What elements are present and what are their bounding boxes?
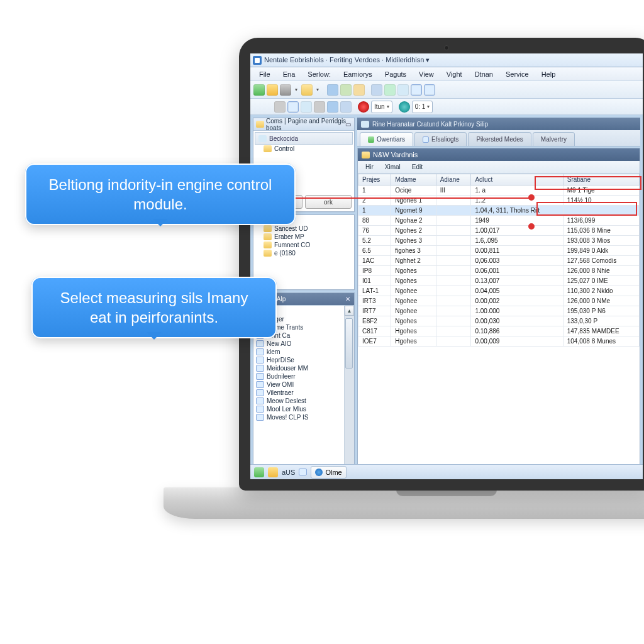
highlight-box xyxy=(536,202,637,216)
menu-vight[interactable]: Vight xyxy=(441,69,467,80)
copy-icon[interactable] xyxy=(340,84,352,96)
table-row[interactable]: C817Hgohes0.10,886147,835 MAMDEE xyxy=(358,326,640,336)
tab-overview[interactable]: Owentiars xyxy=(360,132,413,146)
pencil-icon[interactable] xyxy=(327,101,338,113)
table-row[interactable]: 76Ngohes 21.00,017115,036 8 Mine xyxy=(358,226,640,236)
list-item[interactable]: klern xyxy=(255,348,343,356)
column-header[interactable]: Adiane xyxy=(436,174,471,186)
run-label: Itun xyxy=(374,103,385,110)
scrollbar-track[interactable] xyxy=(345,316,354,479)
folder-icon xyxy=(264,242,272,248)
print-icon[interactable] xyxy=(280,84,291,96)
table-cell xyxy=(436,326,471,336)
tree-item[interactable]: Eraber MP xyxy=(255,233,353,241)
table-row[interactable]: 6.5figohes 30.00,811199,849 0 Aklk xyxy=(358,246,640,256)
item-label: HeprDISe xyxy=(267,357,294,364)
submenu-ximal[interactable]: Ximal xyxy=(380,162,406,172)
folder-icon[interactable] xyxy=(301,84,313,96)
menu-ena[interactable]: Ena xyxy=(278,69,301,80)
taskbar-icon[interactable] xyxy=(268,467,278,477)
menu-view[interactable]: View xyxy=(414,69,439,80)
list-icon[interactable] xyxy=(397,84,409,96)
redo-icon[interactable] xyxy=(384,84,396,96)
table-row[interactable]: IRT7Ngohee1.00.000195,030 P N6 xyxy=(358,306,640,316)
table-cell: 0,06.003 xyxy=(471,256,563,266)
tree-item[interactable]: e (0180 xyxy=(255,249,353,257)
table-cell xyxy=(436,296,471,306)
minimize-icon[interactable]: ▭ xyxy=(343,119,352,128)
list-item[interactable]: HeprDISe xyxy=(255,356,343,364)
column-header[interactable]: Prajes xyxy=(358,174,391,186)
tab-modes[interactable]: Pikersted Medes xyxy=(468,132,531,146)
zoom-selector[interactable]: 0: 1 ▾ xyxy=(412,101,433,113)
gear-icon[interactable] xyxy=(274,101,286,113)
dropdown-icon[interactable]: ▾ xyxy=(293,84,299,96)
list-item[interactable]: Mool Ler Mlus xyxy=(255,405,343,413)
db-icon xyxy=(258,135,267,142)
menu-dtnan[interactable]: Dtnan xyxy=(470,69,498,80)
menu-serlow[interactable]: Serlow: xyxy=(303,69,336,80)
tree-item[interactable]: Sancest UD xyxy=(255,225,353,233)
page-icon[interactable] xyxy=(287,101,299,113)
list-item[interactable]: Vilentraer xyxy=(255,389,343,397)
list-item[interactable]: Meow Deslest xyxy=(255,397,343,405)
save-icon[interactable] xyxy=(253,84,265,96)
menu-paguts[interactable]: Paguts xyxy=(380,69,411,80)
table-row[interactable]: 5.2Ngohes 31.6,.095193,008 3 Mios xyxy=(358,236,640,246)
open-icon[interactable] xyxy=(267,84,278,96)
scroll-up-icon[interactable]: ▲ xyxy=(345,306,354,316)
paste-icon[interactable] xyxy=(353,84,365,96)
table-row[interactable]: LAT-1Ngohee0.04,005110,300 2 Nkldo xyxy=(358,286,640,296)
menu-help[interactable]: Help xyxy=(536,69,561,80)
taskbar-icon[interactable] xyxy=(254,467,264,477)
table-row[interactable]: IOE7Hgohes0.00,009104,008 8 Munes xyxy=(358,336,640,347)
taskbar-icon[interactable] xyxy=(299,469,307,475)
refresh-icon[interactable] xyxy=(340,101,352,113)
table-cell: IRT3 xyxy=(358,296,391,306)
category-header[interactable]: Beckocida xyxy=(255,132,353,145)
table-cell: 1.00,017 xyxy=(471,226,563,236)
column-header[interactable]: Mdame xyxy=(391,174,436,186)
document-icon[interactable] xyxy=(411,84,422,96)
item-label: New AIO xyxy=(267,340,291,347)
tab-label: Efsaliogts xyxy=(431,136,458,143)
wrench-icon[interactable] xyxy=(314,101,325,113)
vertical-scrollbar[interactable]: ▲ ▼ xyxy=(344,306,354,479)
submenu-hir[interactable]: Hir xyxy=(360,162,379,172)
run-selector[interactable]: Itun ▾ xyxy=(371,101,392,113)
cut-icon[interactable] xyxy=(327,84,338,96)
tab-inventory[interactable]: Malvertry xyxy=(533,132,575,146)
list-item[interactable]: Budnileerr xyxy=(255,372,343,380)
document-icon[interactable] xyxy=(424,84,435,96)
table-row[interactable]: 88Ngohae 21949113/6,099 xyxy=(358,216,640,226)
dropdown-icon[interactable]: ▾ xyxy=(314,84,321,96)
panel-header: Coms | Pagine and Perridgis boats ▭ xyxy=(253,118,354,131)
table-row[interactable]: IP8Ngohes0.06,001126,000 8 Nhie xyxy=(358,266,640,276)
table-row[interactable]: IRT3Ngohee0.00,002126,000 0 NMe xyxy=(358,296,640,306)
list-item[interactable]: Moves! CLP IS xyxy=(255,413,343,421)
data-window-title: N&W Vardhnis xyxy=(373,151,418,158)
table-row[interactable]: 1ACNghhet 20,06.003127,568 Comodis xyxy=(358,256,640,266)
list-item[interactable]: Meidouser MM xyxy=(255,364,343,372)
table-cell: 1 xyxy=(358,206,391,216)
menu-file[interactable]: File xyxy=(254,69,275,80)
close-icon[interactable]: ✕ xyxy=(343,294,352,303)
info-icon[interactable] xyxy=(399,101,410,113)
tree-label: Control xyxy=(274,145,294,152)
list-item[interactable]: New AIO xyxy=(255,340,343,348)
table-row[interactable]: I01Ngohes0.13,007125,027 0 IME xyxy=(358,276,640,286)
tree-item[interactable]: Fumnent CO xyxy=(255,241,353,249)
menu-eamiorys[interactable]: Eamiorys xyxy=(338,69,377,80)
submenu-edit[interactable]: Edit xyxy=(407,162,428,172)
item-icon xyxy=(256,414,264,421)
list-item[interactable]: View OMI xyxy=(255,380,343,389)
table-row[interactable]: E8F2Ngohes0.00,030133,0,30 P xyxy=(358,316,640,326)
tab-readings[interactable]: Efsaliogts xyxy=(414,132,467,146)
scrollbar-thumb[interactable] xyxy=(345,318,353,369)
table-icon[interactable] xyxy=(301,101,312,113)
tree-item[interactable]: Control xyxy=(255,145,353,153)
stop-icon[interactable] xyxy=(358,101,369,113)
menu-service[interactable]: Service xyxy=(501,69,534,80)
taskbar-app[interactable]: Olme xyxy=(311,466,346,479)
undo-icon[interactable] xyxy=(371,84,382,96)
